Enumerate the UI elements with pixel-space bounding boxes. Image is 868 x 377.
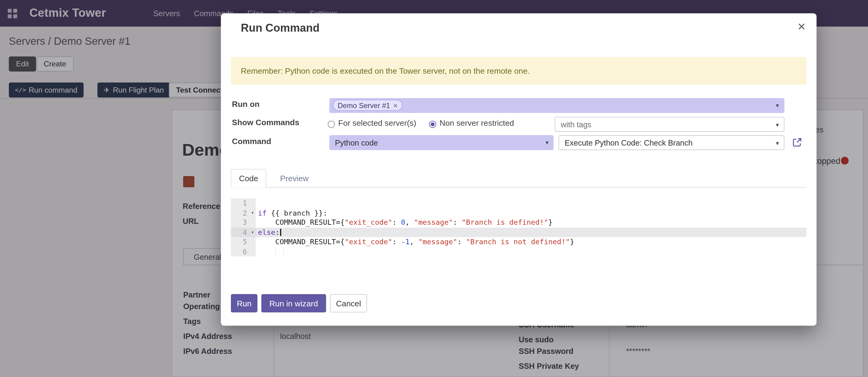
run-command-modal: Run Command × Remember: Python code is e…: [221, 13, 816, 326]
text-cursor: [280, 228, 281, 236]
radio-non-server-restricted-label[interactable]: Non server restricted: [439, 118, 514, 127]
line-number: 5: [231, 237, 256, 246]
fold-icon[interactable]: ▾: [251, 228, 254, 237]
code-line-5[interactable]: 5 COMMAND_RESULT={"exit_code": -1, "mess…: [231, 237, 807, 246]
run-button[interactable]: Run: [231, 294, 257, 313]
run-in-wizard-button[interactable]: Run in wizard: [261, 294, 326, 313]
command-type-value: Python code: [335, 138, 378, 147]
tab-code[interactable]: Code: [231, 169, 266, 188]
code-text: else:: [258, 228, 281, 237]
code-line-4[interactable]: 4▾else:: [231, 228, 807, 237]
cancel-button[interactable]: Cancel: [330, 294, 367, 313]
server-tag-label: Demo Server #1: [338, 101, 390, 109]
line-number: 6: [231, 246, 256, 256]
warning-alert: Remember: Python code is executed on the…: [231, 57, 807, 85]
code-line-2[interactable]: 2▾if {{ branch }}:: [231, 208, 807, 218]
with-tags-select[interactable]: with tags ▾: [555, 117, 785, 132]
radio-for-selected-servers[interactable]: [328, 121, 335, 128]
line-number: 4▾: [231, 228, 256, 237]
command-type-select[interactable]: Python code ▾: [329, 135, 554, 150]
line-number: 2▾: [231, 208, 256, 218]
external-link-icon[interactable]: [792, 137, 802, 147]
code-text: COMMAND_RESULT={"exit_code": 0, "message…: [258, 218, 553, 228]
show-commands-label: Show Commands: [232, 118, 299, 127]
close-icon[interactable]: ×: [796, 18, 808, 35]
chevron-down-icon: ▾: [776, 140, 779, 147]
screen: Cetmix Tower ServersCommandsFilesToolsSe…: [0, 0, 868, 377]
server-tag-chip[interactable]: Demo Server #1 ×: [333, 99, 403, 111]
code-text: if {{ branch }}:: [258, 208, 328, 218]
code-line-6[interactable]: 6: [231, 246, 807, 256]
modal-title: Run Command: [241, 22, 319, 34]
remove-tag-icon[interactable]: ×: [394, 102, 398, 109]
run-on-field[interactable]: Demo Server #1 × ▾: [329, 98, 784, 113]
tab-preview[interactable]: Preview: [275, 169, 314, 188]
code-text: COMMAND_RESULT={"exit_code": -1, "messag…: [258, 237, 574, 246]
code-line-3[interactable]: 3 COMMAND_RESULT={"exit_code": 0, "messa…: [231, 218, 807, 228]
command-select[interactable]: Execute Python Code: Check Branch ▾: [558, 135, 784, 150]
radio-non-server-restricted[interactable]: [429, 121, 436, 128]
indent-guide: [275, 247, 276, 256]
code-editor[interactable]: 12▾if {{ branch }}:3 COMMAND_RESULT={"ex…: [231, 198, 807, 256]
chevron-down-icon: ▾: [546, 139, 549, 146]
chevron-down-icon: ▾: [776, 121, 779, 128]
command-label: Command: [232, 137, 271, 146]
radio-for-selected-servers-label[interactable]: For selected server(s): [338, 118, 416, 127]
with-tags-placeholder: with tags: [561, 120, 591, 129]
indent-guide: [283, 247, 284, 256]
command-value: Execute Python Code: Check Branch: [564, 138, 692, 147]
tab-underline: [231, 187, 807, 188]
fold-icon[interactable]: ▾: [251, 208, 254, 218]
line-number: 1: [231, 198, 256, 208]
run-on-label: Run on: [232, 99, 259, 108]
code-line-1[interactable]: 1: [231, 198, 807, 208]
chevron-down-icon[interactable]: ▾: [776, 102, 779, 109]
line-number: 3: [231, 218, 256, 228]
